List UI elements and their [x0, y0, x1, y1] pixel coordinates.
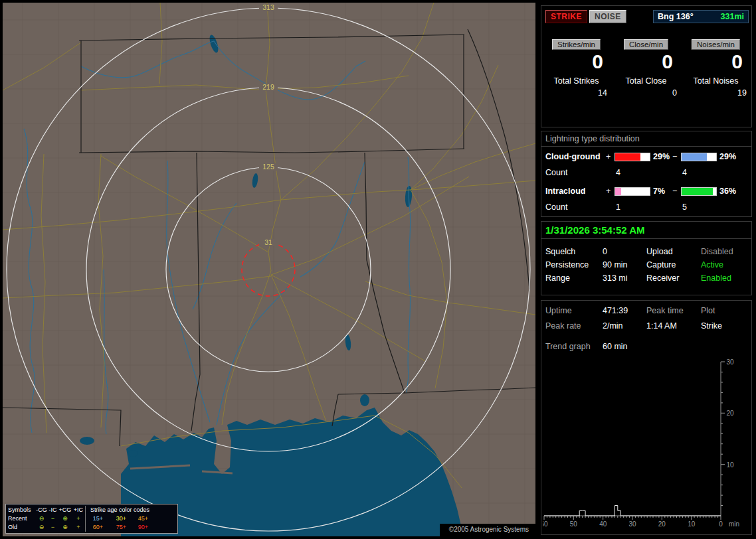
minus-sign: −: [672, 187, 677, 196]
minus-sign: −: [672, 152, 677, 161]
age-90: 90+: [132, 523, 154, 532]
svg-text:30: 30: [726, 358, 734, 366]
pos-ic-old-icon: +: [72, 523, 85, 532]
upload-value: Disabled: [701, 247, 733, 256]
rate-columns: Strikes/min 0 Total Strikes 14 Close/min…: [541, 39, 751, 98]
svg-text:40: 40: [599, 520, 607, 528]
copyright-text: ©2005 Astrogenic Systems: [440, 524, 535, 536]
neg-ic-recent-icon: −: [47, 514, 58, 523]
total-strikes-label: Total Strikes: [541, 76, 611, 86]
rates-section: STRIKE NOISE Bng 136° 331mi Strikes/min …: [541, 5, 752, 127]
plot-value: Strike: [701, 321, 722, 331]
peak-rate-label: Peak rate: [545, 321, 581, 331]
legend-symbols-header: Symbols: [8, 506, 36, 514]
persistence-value: 90 min: [603, 260, 628, 270]
noise-mode-button[interactable]: NOISE: [589, 10, 626, 23]
close-column: Close/min 0 Total Close 0: [611, 39, 681, 98]
legend-col-neg-cg: -CG: [36, 506, 47, 514]
receiver-value: Enabled: [701, 273, 731, 283]
datetime-display: 1/31/2026 3:54:52 AM: [541, 222, 751, 239]
capture-label: Capture: [646, 260, 676, 270]
status-row: Squelch 0 Upload Disabled: [541, 247, 751, 258]
age-75: 75+: [110, 523, 132, 532]
ring-label-219: 219: [262, 83, 274, 91]
total-noises-label: Total Noises: [681, 76, 751, 86]
bearing-label: Bng 136°: [658, 12, 694, 21]
trend-header: Trend graph 60 min: [541, 342, 751, 352]
cloud-ground-label: Cloud-ground: [545, 152, 601, 161]
bearing-range: 331mi: [721, 12, 744, 21]
neg-ic-old-icon: −: [47, 523, 58, 532]
map-svg[interactable]: 313 219 125 31: [3, 3, 535, 536]
age-60: 60+: [85, 523, 110, 532]
uptime-value: 471:39: [603, 306, 628, 315]
capture-value: Active: [701, 260, 723, 270]
persistence-label: Persistence: [545, 260, 589, 270]
total-close-value: 0: [611, 88, 681, 98]
info-row: Peak rate 2/min 1:14 AM Strike: [541, 321, 751, 332]
age-30: 30+: [110, 514, 132, 523]
status-row: Range 313 mi Receiver Enabled: [541, 273, 751, 284]
noises-per-min-button[interactable]: Noises/min: [692, 39, 740, 50]
upload-label: Upload: [646, 247, 673, 256]
legend-age-header: Strike age color codes: [85, 506, 154, 514]
noises-per-min-value: 0: [681, 52, 751, 72]
neg-cg-recent-icon: ⊖: [36, 514, 47, 523]
ic-plus-count: 1: [616, 202, 620, 212]
svg-text:30: 30: [628, 520, 636, 528]
legend-recent-label: Recent: [8, 514, 36, 523]
svg-text:10: 10: [688, 520, 696, 528]
map-container: 313 219 125 31 Symbols -CG -IC +CG +IC S…: [3, 3, 535, 536]
distribution-section: Lightning type distribution Cloud-ground…: [541, 131, 752, 217]
cg-minus-count: 4: [682, 168, 687, 177]
strikes-per-min-button[interactable]: Strikes/min: [552, 39, 601, 50]
cg-minus-bar: [681, 152, 717, 161]
cg-count-label: Count: [545, 168, 567, 177]
ring-label-31: 31: [264, 238, 272, 246]
trend-window-value: 60 min: [603, 342, 628, 351]
total-strikes-value: 14: [541, 88, 611, 98]
svg-text:50: 50: [570, 520, 578, 528]
cg-plus-bar: [614, 152, 650, 161]
plot-label: Plot: [701, 306, 715, 315]
total-noises-value: 19: [681, 88, 751, 98]
legend-col-pos-ic: +IC: [72, 506, 85, 514]
ring-label-125: 125: [262, 163, 274, 171]
peak-rate-value: 2/min: [603, 321, 623, 331]
legend-col-pos-cg: +CG: [58, 506, 72, 514]
squelch-value: 0: [603, 247, 607, 256]
intracloud-label: Intracloud: [545, 187, 585, 196]
peak-time-value: 1:14 AM: [646, 321, 677, 331]
age-45: 45+: [132, 514, 154, 523]
close-per-min-button[interactable]: Close/min: [624, 39, 668, 50]
trend-graph-label: Trend graph: [545, 342, 591, 351]
ic-count-label: Count: [545, 202, 567, 212]
svg-text:0: 0: [719, 520, 723, 528]
age-15: 15+: [85, 514, 110, 523]
nexstorm-app: { "panel": { "buttons": { "strike": "STR…: [0, 0, 756, 539]
status-panel: STRIKE NOISE Bng 136° 331mi Strikes/min …: [538, 0, 756, 539]
pos-ic-recent-icon: +: [72, 514, 85, 523]
close-per-min-value: 0: [611, 52, 681, 72]
ic-plus-pct: 7%: [653, 187, 665, 196]
system-status-section: 1/31/2026 3:54:52 AM Squelch 0 Upload Di…: [541, 221, 752, 295]
cg-plus-pct: 29%: [653, 152, 670, 161]
strikes-column: Strikes/min 0 Total Strikes 14: [541, 39, 611, 98]
strike-mode-button[interactable]: STRIKE: [545, 10, 587, 23]
legend-old-label: Old: [8, 523, 36, 532]
pos-cg-recent-icon: ⊕: [58, 514, 72, 523]
svg-text:10: 10: [726, 461, 734, 469]
bearing-readout: Bng 136° 331mi: [653, 10, 749, 23]
trend-chart: 6050403020100min102030: [543, 355, 751, 533]
total-close-label: Total Close: [611, 76, 681, 86]
neg-cg-old-icon: ⊖: [36, 523, 47, 532]
pos-cg-old-icon: ⊕: [58, 523, 72, 532]
ic-minus-bar: [681, 187, 717, 196]
status-row: Persistence 90 min Capture Active: [541, 260, 751, 271]
receiver-label: Receiver: [646, 273, 679, 283]
strikes-per-min-value: 0: [541, 52, 611, 72]
squelch-label: Squelch: [545, 247, 575, 256]
plus-sign: +: [606, 152, 611, 161]
trend-section: Uptime 471:39 Peak time Plot Peak rate 2…: [541, 300, 752, 535]
ic-plus-bar: [614, 187, 650, 196]
